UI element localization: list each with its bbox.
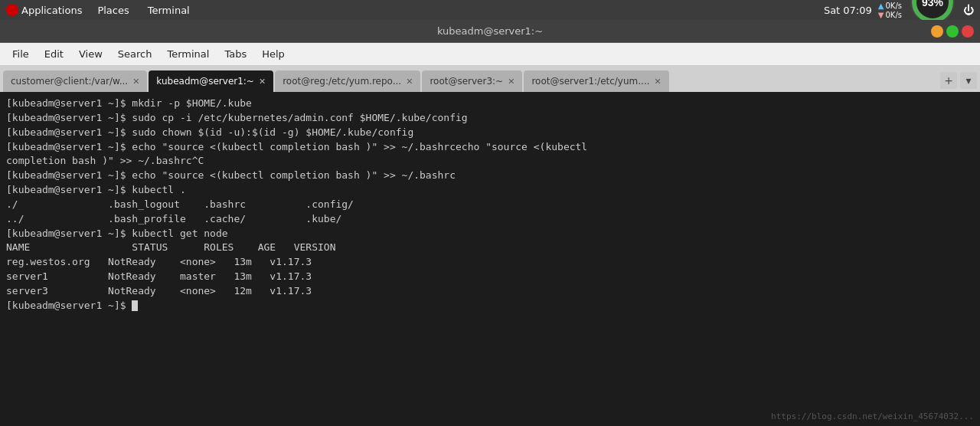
tab-kubeadm[interactable]: kubeadm@server1:~ ✕ <box>149 70 273 92</box>
terminal-line-13: server1 NotReady master 13m v1.17.3 <box>6 270 974 284</box>
maximize-button[interactable] <box>946 25 959 38</box>
terminal-line-7: [kubeadm@server1 ~]$ kubectl . <box>6 183 974 198</box>
net-up-value: 0K/s <box>886 2 903 10</box>
net-down-row: ▼ 0K/s <box>878 11 902 19</box>
terminal-line-9: ../ .bash_profile .cache/ .kube/ <box>6 212 974 227</box>
menu-bar: File Edit View Search Terminal Tabs Help <box>0 43 980 66</box>
terminal-line-4: [kubeadm@server1 ~]$ echo "source <(kube… <box>6 140 974 155</box>
menu-help[interactable]: Help <box>256 45 291 63</box>
tab-label-root-server3: root@server3:~ <box>430 76 503 87</box>
tab-customer[interactable]: customer@client:/var/w... ✕ <box>3 70 147 92</box>
terminal-line-2: [kubeadm@server1 ~]$ sudo cp -i /etc/kub… <box>6 111 974 126</box>
terminal-line-1: [kubeadm@server1 ~]$ mkdir -p $HOME/.kub… <box>6 97 974 111</box>
tab-root-server3[interactable]: root@server3:~ ✕ <box>422 70 522 92</box>
system-time: Sat 07:09 <box>824 5 872 16</box>
menu-edit[interactable]: Edit <box>38 45 70 63</box>
menu-search[interactable]: Search <box>112 45 158 63</box>
terminal-line-15: [kubeadm@server1 ~]$ <box>6 299 974 313</box>
tab-close-customer[interactable]: ✕ <box>132 77 139 87</box>
tabs-dropdown-button[interactable]: ▾ <box>960 72 977 89</box>
system-bar-left: Applications Places Terminal <box>6 3 193 18</box>
tab-label-root-server1: root@server1:/etc/yum.... <box>531 76 649 87</box>
terminal-line-11: NAME STATUS ROLES AGE VERSION <box>6 241 974 255</box>
terminal-line-3: [kubeadm@server1 ~]$ sudo chown $(id -u)… <box>6 126 974 140</box>
close-button[interactable] <box>962 25 974 38</box>
tab-close-root-server1[interactable]: ✕ <box>655 77 662 87</box>
tab-label-root-reg: root@reg:/etc/yum.repo... <box>283 76 401 87</box>
network-widget: ▲ 0K/s ▼ 0K/s <box>878 2 902 19</box>
tab-close-kubeadm[interactable]: ✕ <box>259 77 266 87</box>
menu-terminal[interactable]: Terminal <box>161 45 215 63</box>
menu-file[interactable]: File <box>6 45 35 63</box>
tab-label-customer: customer@client:/var/w... <box>11 76 128 87</box>
tab-close-root-reg[interactable]: ✕ <box>406 77 413 87</box>
terminal-line-12: reg.westos.org NotReady <none> 13m v1.17… <box>6 255 974 270</box>
terminal-content[interactable]: [kubeadm@server1 ~]$ mkdir -p $HOME/.kub… <box>0 92 980 426</box>
net-up-row: ▲ 0K/s <box>878 2 902 10</box>
terminal-line-10: [kubeadm@server1 ~]$ kubectl get node <box>6 227 974 241</box>
arrow-down-icon: ▼ <box>878 11 884 19</box>
terminal-line-14: server3 NotReady <none> 12m v1.17.3 <box>6 284 974 299</box>
applications-label: Applications <box>21 5 82 16</box>
places-menu[interactable]: Places <box>94 3 132 18</box>
terminal-line-6: [kubeadm@server1 ~]$ echo "source <(kube… <box>6 169 974 183</box>
window-title: kubeadm@server1:~ <box>437 25 543 37</box>
terminal-line-5: completion bash )" >> ~/.bashrc^C <box>6 154 974 169</box>
menu-tabs[interactable]: Tabs <box>218 45 253 63</box>
status-link: https://blog.csdn.net/weixin_45674032... <box>771 411 974 423</box>
terminal-menu[interactable]: Terminal <box>145 3 193 18</box>
menu-view[interactable]: View <box>73 45 109 63</box>
applications-menu[interactable]: Applications <box>6 4 82 16</box>
system-bar: Applications Places Terminal Sat 07:09 ▲… <box>0 0 980 20</box>
tabs-right-controls: + ▾ <box>940 72 977 92</box>
logo-icon <box>6 4 18 16</box>
arrow-up-icon: ▲ <box>878 2 884 10</box>
cursor <box>132 300 138 311</box>
new-tab-button[interactable]: + <box>940 72 957 89</box>
tab-root-reg[interactable]: root@reg:/etc/yum.repo... ✕ <box>275 70 420 92</box>
title-bar: kubeadm@server1:~ <box>0 20 980 43</box>
net-down-value: 0K/s <box>886 11 903 19</box>
terminal-line-8: ./ .bash_logout .bashrc .config/ <box>6 198 974 212</box>
svg-text:93%: 93% <box>922 0 944 8</box>
tab-label-kubeadm: kubeadm@server1:~ <box>156 76 254 87</box>
window-controls <box>931 25 974 38</box>
minimize-button[interactable] <box>931 25 943 38</box>
tabs-bar: customer@client:/var/w... ✕ kubeadm@serv… <box>0 66 980 92</box>
tab-close-root-server3[interactable]: ✕ <box>508 77 514 87</box>
power-icon[interactable]: ⏻ <box>963 4 974 16</box>
tab-root-server1[interactable]: root@server1:/etc/yum.... ✕ <box>524 70 668 92</box>
